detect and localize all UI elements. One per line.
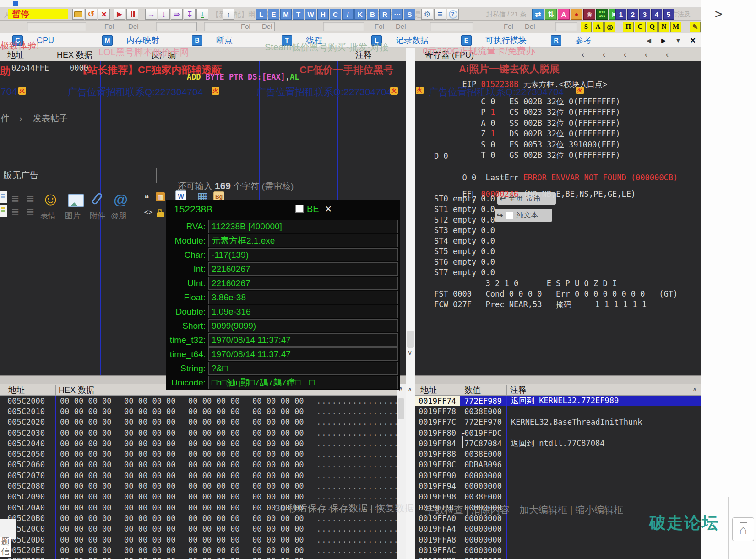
stack-row[interactable]: 0019FF9C ┌00000000 bbox=[415, 502, 701, 513]
stack-row[interactable]: 0019FF98 ┌0038E000 bbox=[415, 492, 701, 502]
view-letter-button[interactable]: C bbox=[330, 9, 341, 20]
angle-left-icon[interactable]: ‹ bbox=[603, 50, 605, 60]
column-header[interactable]: 地址 bbox=[420, 385, 437, 396]
view-letter-button[interactable]: / bbox=[342, 9, 354, 20]
help-icon[interactable]: ? bbox=[447, 9, 459, 20]
del-button[interactable]: Del bbox=[128, 22, 139, 30]
attachment-icon[interactable] bbox=[91, 192, 103, 205]
updown-icon[interactable]: ⇅ bbox=[545, 9, 557, 20]
toolbar-input[interactable] bbox=[555, 22, 577, 31]
hexdump-panel[interactable]: 地址 HEX 数据 005C2000 00 00 00 00 00 00 00 … bbox=[0, 384, 406, 559]
view-letter-button[interactable]: W bbox=[305, 9, 316, 20]
hexdump-row[interactable]: 005C2010 00 00 00 00 00 00 00 00 00 00 0… bbox=[0, 406, 406, 417]
view-letter-button[interactable]: B bbox=[367, 9, 378, 20]
stack-row[interactable]: 0019FF8C ┌0DBAB096 bbox=[415, 460, 701, 470]
mention-icon[interactable]: @ bbox=[114, 191, 128, 208]
hexdump-row[interactable]: 005C20A0 00 00 00 00 00 00 00 00 00 00 0… bbox=[0, 502, 406, 513]
angle-left-icon[interactable]: ‹ bbox=[645, 50, 647, 60]
hexdump-row[interactable]: 005C2090 00 00 00 00 00 00 00 00 00 00 0… bbox=[0, 492, 406, 502]
lock-icon[interactable] bbox=[157, 209, 164, 217]
nav-down-icon[interactable]: ▼ bbox=[672, 35, 684, 46]
tab[interactable]: C CPU bbox=[12, 34, 102, 46]
number-button[interactable]: 3 bbox=[639, 9, 650, 20]
step-into-icon[interactable]: → bbox=[145, 9, 157, 20]
hexdump-row[interactable]: 005C2000 00 00 00 00 00 00 00 00 00 00 0… bbox=[0, 396, 406, 406]
popup-close-icon[interactable]: ✕ bbox=[325, 204, 332, 214]
view-letter-button[interactable]: M bbox=[280, 9, 292, 20]
home-button[interactable]: ⌂ bbox=[732, 517, 754, 541]
open-folder-icon[interactable] bbox=[72, 9, 84, 20]
register-row[interactable]: D 0 bbox=[434, 151, 448, 162]
column-header[interactable]: HEX 数据 bbox=[59, 385, 94, 396]
register-row[interactable]: ST4 empty 0.0 bbox=[434, 236, 495, 247]
tab[interactable]: B 断点 bbox=[192, 34, 282, 46]
restart-icon[interactable]: ↺ bbox=[85, 9, 97, 20]
view-letter-button[interactable]: T bbox=[293, 9, 304, 20]
stack-row[interactable]: 0019FF84 ┌77C87084 返回到 ntdll.77C87084 bbox=[415, 438, 701, 449]
quote-icon[interactable]: “ bbox=[145, 192, 149, 207]
hexdump-row[interactable]: 005C2040 00 00 00 00 00 00 00 00 00 00 0… bbox=[0, 438, 406, 449]
fol-button[interactable]: Fol bbox=[104, 22, 114, 30]
plaintext-checkbox[interactable] bbox=[506, 212, 513, 219]
scrollbar-thumb[interactable] bbox=[407, 331, 414, 348]
number-button[interactable]: 2 bbox=[627, 9, 638, 20]
trace-into-icon[interactable]: ↧ bbox=[184, 9, 196, 20]
swap-icon[interactable]: ⇄ bbox=[532, 9, 544, 20]
toolbar-input[interactable] bbox=[430, 22, 473, 31]
editor-label[interactable]: 附件 bbox=[90, 211, 105, 221]
hexdump-row[interactable]: 005C2020 00 00 00 00 00 00 00 00 00 00 0… bbox=[0, 417, 406, 428]
view-letter-button[interactable]: R bbox=[379, 9, 391, 20]
del-button[interactable]: Del bbox=[525, 22, 535, 30]
stack-row[interactable]: 0019FF7C ┌772EF970 KERNEL32.BaseThreadIn… bbox=[415, 417, 701, 428]
fpu-fst-row[interactable]: FST 0000 Cond 0 0 0 0 Err 0 0 0 0 0 0 0 … bbox=[434, 289, 678, 299]
view-letter-button[interactable]: S bbox=[404, 9, 415, 20]
angle-left-icon[interactable]: ‹ bbox=[666, 50, 669, 60]
column-header[interactable]: 反汇编 bbox=[151, 49, 176, 60]
yellow-button[interactable]: N bbox=[658, 22, 669, 32]
column-header[interactable]: HEX 数据 bbox=[57, 49, 92, 60]
tab[interactable]: M 内存映射 bbox=[102, 34, 192, 46]
scroll-up-icon[interactable]: ∧ bbox=[692, 385, 697, 393]
register-row[interactable]: ST5 empty 0.0 bbox=[434, 247, 495, 257]
title-input[interactable]: 版 无广告 bbox=[0, 168, 157, 183]
step-over-icon[interactable]: ↓ bbox=[158, 9, 170, 20]
nav-left-icon[interactable]: ◀ bbox=[643, 35, 655, 46]
hexdump-scrollbar[interactable]: ∧ bbox=[397, 384, 406, 559]
options-list-icon[interactable]: ≡ bbox=[434, 9, 446, 20]
stack-row[interactable]: 0019FF94 ┌00000000 bbox=[415, 481, 701, 491]
yellow-button[interactable]: Q bbox=[647, 22, 658, 32]
column-header[interactable]: 地址 bbox=[7, 49, 24, 60]
align-icon[interactable]: ≣ bbox=[11, 193, 19, 205]
number-button[interactable]: 4 bbox=[651, 9, 662, 20]
stack-row[interactable]: 0019FFA8 ┌00000000 bbox=[415, 534, 701, 545]
column-header[interactable]: 注释 bbox=[510, 385, 527, 396]
del-button[interactable]: Del bbox=[396, 22, 406, 30]
column-header[interactable]: 注释 bbox=[355, 49, 372, 60]
emoji-icon[interactable]: ☺ bbox=[41, 190, 60, 208]
hexdump-row[interactable]: 005C2080 00 00 00 00 00 00 00 00 00 00 0… bbox=[0, 481, 406, 491]
settings-wrench-icon[interactable]: ⚙ bbox=[421, 9, 433, 20]
column-header[interactable]: 地址 bbox=[8, 385, 25, 396]
number-button[interactable]: 5 bbox=[663, 9, 674, 20]
register-row[interactable]: ST2 empty 0.0 bbox=[434, 215, 495, 226]
panel-divider[interactable] bbox=[415, 375, 701, 384]
stack-row[interactable]: 0019FFA4 ┌00000000 bbox=[415, 524, 701, 534]
yellow-button[interactable]: S bbox=[581, 22, 592, 32]
register-row[interactable]: C0ES 002B 32位 0(FFFFFFFF) bbox=[434, 86, 620, 97]
stack-row[interactable]: 0019FF74 ┌772EF989 返回到 KERNEL32.772EF989 bbox=[415, 396, 701, 406]
hexdump-row[interactable]: 005C20E0 00 00 00 00 00 00 00 00 00 00 0… bbox=[0, 545, 406, 555]
run-to-cursor-icon[interactable]: ↓ bbox=[196, 9, 208, 20]
hexdump-row[interactable]: 005C20B0 00 00 00 00 00 00 00 00 00 00 0… bbox=[0, 513, 406, 523]
stack-row[interactable]: 0019FFB0 ┌00000000 bbox=[415, 555, 701, 559]
stack-row[interactable]: 0019FFA0 ┌00000000 bbox=[415, 513, 701, 523]
hexdump-row[interactable]: 005C20C0 00 00 00 00 00 00 00 00 00 00 0… bbox=[0, 524, 406, 534]
stack-row[interactable]: 0019FF80 ┌0019FFDC bbox=[415, 428, 701, 438]
hexdump-row[interactable]: 005C2070 00 00 00 00 00 00 00 00 00 00 0… bbox=[0, 470, 406, 481]
angle-left-icon[interactable]: ‹ bbox=[624, 50, 626, 60]
stack-panel[interactable]: 地址 数值 注释 0019FF74 ┌772EF989 返回到 KERNEL32… bbox=[415, 384, 701, 559]
code-icon[interactable]: <> bbox=[144, 208, 153, 217]
yellow-button[interactable]: C bbox=[635, 22, 646, 32]
hexdump-row[interactable]: 005C2030 00 00 00 00 00 00 00 00 00 00 0… bbox=[0, 428, 406, 438]
yellow-button[interactable]: M bbox=[670, 22, 681, 32]
run-icon[interactable]: ▶ bbox=[114, 9, 125, 20]
